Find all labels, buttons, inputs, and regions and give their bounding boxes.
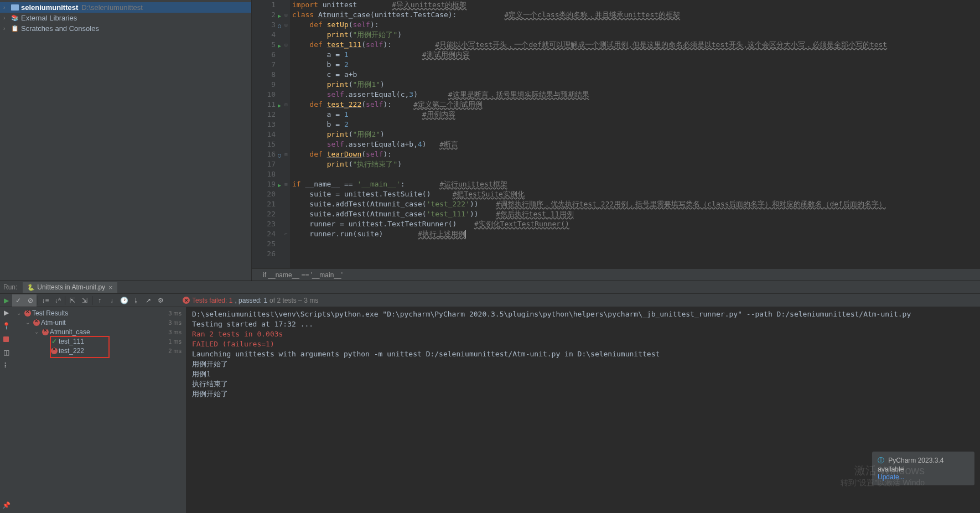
stop-button[interactable] [2, 335, 11, 344]
run-tab[interactable]: Unittests in Atm-unit.py × [23, 282, 117, 293]
chevron-right-icon: › [3, 4, 11, 11]
test-label: test_222 [59, 347, 84, 355]
fail-status-icon [32, 319, 41, 326]
project-root[interactable]: › seleniumunittest D:\seleniumunittest [0, 2, 251, 13]
test-status-bar: ✕ Tests failed: 1 , passed: 1 of 2 tests… [0, 297, 318, 304]
project-root-name: seleniumunittest [21, 3, 78, 12]
run-header: Run: Unittests in Atm-unit.py × [0, 281, 980, 294]
chevron-right-icon: › [3, 25, 11, 32]
notif-title: PyCharm 2023.3.4 available [878, 457, 943, 473]
fail-status-icon [23, 310, 32, 317]
console-line: Testing started at 17:32 ... [192, 319, 974, 329]
project-tool-window[interactable]: › seleniumunittest D:\seleniumunittest ›… [0, 0, 252, 281]
console-line: 执行结束了 [192, 379, 974, 389]
debug-pin-icon[interactable]: 📍 [2, 322, 11, 330]
scratches-consoles[interactable]: › Scratches and Consoles [0, 23, 251, 34]
info-icon: ⓘ [878, 457, 884, 464]
test-time: 1 ms [168, 338, 182, 345]
breadcrumb-text: if __name__ == '__main__' [263, 271, 343, 279]
test-label: test_111 [59, 338, 84, 345]
console-line: 用例开始了 [192, 359, 974, 369]
test-tree-row[interactable]: ⌄ Test Results 3 ms [12, 308, 186, 318]
console-line: FAILED (failures=1) [192, 339, 974, 349]
external-libraries-label: External Libraries [21, 14, 77, 22]
console-line: D:\seleniumunittest\venv\Scripts\python.… [192, 309, 974, 319]
test-time: 2 ms [168, 348, 182, 354]
test-time: 3 ms [168, 310, 182, 317]
python-icon [27, 283, 37, 291]
test-tree-row[interactable]: test_222 2 ms [12, 346, 186, 355]
project-root-path: D:\seleniumunittest [81, 3, 143, 12]
fold-column[interactable]: ⊟⊟⊟⊟⊟⊟⌐ [282, 0, 290, 268]
folder-icon [11, 4, 21, 11]
scratch-icon [11, 25, 21, 32]
run-button[interactable]: ▶ [2, 308, 11, 317]
run-tool-window: Run: Unittests in Atm-unit.py × ▶ ✓ ⊘ ↓≡… [0, 281, 980, 513]
run-toolbar: ▶ ✓ ⊘ ↓≡ ↓ᴬ ⇱ ⇲ ↑ ↓ 🕑 ⭳ ↗ ⚙ ✕ Tests fail… [0, 294, 980, 307]
close-icon[interactable]: × [108, 283, 113, 292]
test-label: Atm-unit [41, 319, 66, 327]
test-label: Atmunit_case [50, 328, 90, 336]
test-tree-row[interactable]: ⌄ Atmunit_case 3 ms [12, 327, 186, 336]
library-icon [11, 14, 21, 22]
fail-status-icon [50, 348, 59, 354]
gutter[interactable]: 12▶3○45▶67891011▶1213141516○171819▶20212… [252, 0, 282, 268]
pin-button[interactable]: 📌 [2, 501, 11, 510]
chevron-down-icon: ⌄ [17, 310, 23, 316]
more-button[interactable]: ⠇ [2, 361, 11, 370]
console-line: Ran 2 tests in 0.003s [192, 329, 974, 339]
layout-button[interactable]: ◫ [2, 348, 11, 357]
console-line: Launching unittests with arguments pytho… [192, 349, 974, 359]
scratches-label: Scratches and Consoles [21, 24, 99, 33]
test-time: 3 ms [168, 319, 182, 326]
update-notification[interactable]: ⓘ PyCharm 2023.3.4 available Update... [872, 452, 974, 485]
external-libraries[interactable]: › External Libraries [0, 13, 251, 23]
chevron-down-icon: ⌄ [34, 329, 41, 335]
run-label: Run: [3, 283, 17, 291]
status-fail-text: Tests failed: 1 [192, 297, 232, 304]
test-tree-row[interactable]: ⌄ Atm-unit 3 ms [12, 318, 186, 327]
breadcrumb[interactable]: if __name__ == '__main__' [252, 268, 980, 281]
console-output[interactable]: D:\seleniumunittest\venv\Scripts\python.… [186, 307, 980, 513]
test-label: Test Results [32, 309, 68, 317]
run-tab-label: Unittests in Atm-unit.py [37, 283, 105, 291]
status-tail-text: of 2 tests – 3 ms [269, 297, 318, 304]
console-line: 用例1 [192, 369, 974, 379]
status-pass-text: , passed: 1 [235, 297, 267, 304]
test-time: 3 ms [168, 329, 182, 335]
chevron-down-icon: ⌄ [25, 319, 32, 325]
chevron-right-icon: › [3, 15, 11, 21]
pass-status-icon: ✓ [50, 338, 59, 345]
run-side-toolbar: ▶ 📍 ◫ ⠇ 📌 [0, 307, 12, 513]
console-line: 用例开始了 [192, 389, 974, 399]
fail-badge-icon: ✕ [183, 297, 190, 304]
test-results-tree[interactable]: ⌄ Test Results 3 ms ⌄ Atm-unit 3 ms ⌄ At… [12, 307, 186, 513]
update-link[interactable]: Update... [878, 473, 905, 481]
project-tree[interactable]: › seleniumunittest D:\seleniumunittest ›… [0, 0, 251, 36]
test-tree-row[interactable]: ✓ test_111 1 ms [12, 336, 186, 346]
fail-status-icon [41, 329, 50, 335]
code-area[interactable]: import unittest #导入unittest的框架class Atmu… [290, 0, 980, 268]
editor[interactable]: 12▶3○45▶67891011▶1213141516○171819▶20212… [252, 0, 980, 281]
